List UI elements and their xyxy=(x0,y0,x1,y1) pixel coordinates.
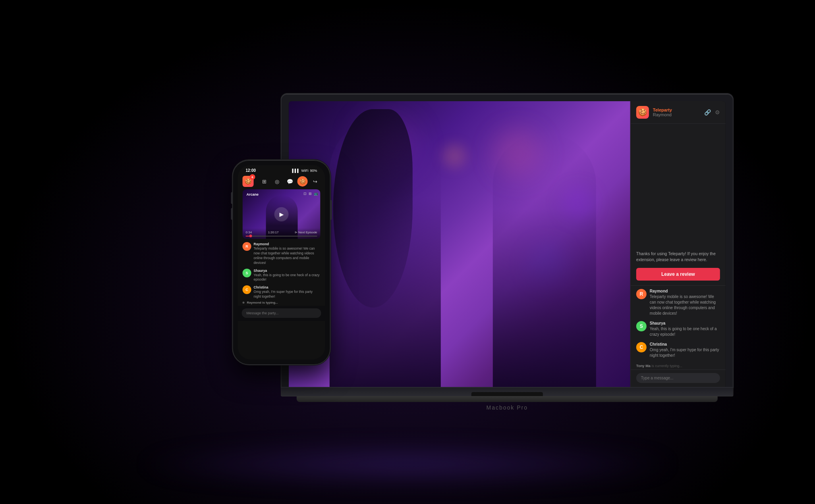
phone-msg-text-shaurya: Yeah, this is going to be one heck of a … xyxy=(254,273,321,282)
review-section: Thanks for using Teleparty! If you enjoy… xyxy=(631,246,726,286)
tv-icon[interactable]: 📺 xyxy=(314,192,318,196)
figure-right xyxy=(493,133,596,387)
leave-review-button[interactable]: Leave a review xyxy=(636,268,720,281)
video-label: Arcane xyxy=(247,192,259,196)
video-progress-dot xyxy=(249,235,252,237)
typing-dot xyxy=(243,302,245,304)
phone-input-area xyxy=(238,306,325,321)
exit-icon[interactable]: ↪ xyxy=(310,176,321,187)
msg-name-raymond: Raymond xyxy=(650,289,720,293)
status-icons: ▌▌▌ WiFi 90% xyxy=(292,168,317,172)
hair-detail xyxy=(333,109,413,308)
video-time-row: 0:34 1:20:17 ⊳ Next Episode xyxy=(246,231,317,234)
play-button[interactable]: ▶ xyxy=(274,207,289,221)
video-area xyxy=(289,101,630,387)
laptop-device: 🍪 Teleparty Raymond 🔗 ⚙ xyxy=(281,93,734,411)
battery-icon: 90% xyxy=(310,168,317,172)
laptop: 🍪 Teleparty Raymond 🔗 ⚙ xyxy=(281,93,734,411)
chat-message-christina: C Christina Omg yeah, I'm super hype for… xyxy=(636,342,720,358)
phone-avatar-raymond: R xyxy=(243,242,251,251)
laptop-base xyxy=(281,388,734,396)
chat-message-shaurya: S Shaurya Yeah, this is going to be one … xyxy=(636,321,720,337)
app-bar-icons: ⊞ ◎ 💬 🍪 ↪ xyxy=(259,176,321,187)
chat-header-icons: 🔗 ⚙ xyxy=(704,109,720,115)
cookie-icon[interactable]: 🍪 xyxy=(297,176,308,187)
video-progress-fill xyxy=(246,236,249,237)
msg-text-shaurya: Yeah, this is going to be one heck of a … xyxy=(650,326,720,337)
typing-text: is currently typing... xyxy=(651,364,682,368)
video-controls-bar: 0:34 1:20:17 ⊳ Next Episode xyxy=(243,228,321,239)
chat-input-laptop[interactable] xyxy=(636,373,720,383)
typing-name: Tony Ma xyxy=(636,364,651,368)
video-progress-bar[interactable] xyxy=(246,236,317,237)
app-icon-phone[interactable]: 🍪 6 xyxy=(243,176,254,187)
phone-msg-body-raymond: Raymond Teleparty mobile is so awesome! … xyxy=(254,242,321,265)
phone-avatar-christina: C xyxy=(243,285,251,294)
compass-icon[interactable]: ◎ xyxy=(272,176,282,187)
phone-avatar-shaurya: S xyxy=(243,268,251,277)
phone-msg-christina: C Christina Omg yeah, I'm super hype for… xyxy=(243,285,321,299)
video-bg xyxy=(289,101,630,387)
volume-down-btn xyxy=(231,208,233,220)
avatar-shaurya: S xyxy=(636,321,647,331)
msg-body-raymond: Raymond Teleparty mobile is so awesome! … xyxy=(650,289,720,316)
chat-header-left: 🍪 Teleparty Raymond xyxy=(636,106,672,119)
chat-message-raymond: R Raymond Teleparty mobile is so awesome… xyxy=(636,289,720,316)
phone-typing-indicator: Raymond is typing... xyxy=(238,299,325,306)
phone-msg-body-christina: Christina Omg yeah, I'm super hype for t… xyxy=(254,285,321,299)
phone-video-thumbnail: Arcane ⊡ ⊞ 📺 ▶ 0:34 1:20:17 ⊳ xyxy=(243,189,321,239)
next-episode-btn[interactable]: ⊳ Next Episode xyxy=(295,231,317,234)
laptop-foot xyxy=(297,396,718,402)
avatar-christina: C xyxy=(636,342,647,352)
video-time-total: 1:20:17 xyxy=(268,231,279,234)
phone-msg-body-shaurya: Shaurya Yeah, this is going to be one he… xyxy=(254,268,321,282)
phone-msg-name-christina: Christina xyxy=(254,285,321,289)
notification-badge: 6 xyxy=(250,174,255,180)
signal-icon: ▌▌▌ xyxy=(292,168,299,172)
grid-icon[interactable]: ⊞ xyxy=(259,176,270,187)
wifi-icon: WiFi xyxy=(301,168,309,172)
bokeh-3 xyxy=(442,144,466,168)
airplay-icon[interactable]: ⊡ xyxy=(303,192,307,196)
app-icon-laptop: 🍪 xyxy=(636,106,649,119)
power-btn xyxy=(330,200,332,220)
chat-input-area xyxy=(631,369,726,387)
phone-status-bar: 12:00 ▌▌▌ WiFi 90% xyxy=(238,165,325,174)
laptop-notch xyxy=(471,392,543,396)
app-bar-left: 🍪 6 xyxy=(243,176,254,187)
settings-icon[interactable]: ⚙ xyxy=(715,109,720,115)
chat-header: 🍪 Teleparty Raymond 🔗 ⚙ xyxy=(631,101,726,124)
user-name-laptop: Raymond xyxy=(653,112,672,117)
link-icon[interactable]: 🔗 xyxy=(704,109,711,115)
msg-text-raymond: Teleparty mobile is so awesome! We can n… xyxy=(650,294,720,316)
msg-body-christina: Christina Omg yeah, I'm super hype for t… xyxy=(650,342,720,358)
app-name-laptop: Teleparty xyxy=(653,108,672,112)
phone-msg-shaurya: S Shaurya Yeah, this is going to be one … xyxy=(243,268,321,282)
phone-msg-raymond: R Raymond Teleparty mobile is so awesome… xyxy=(243,242,321,265)
phone-app-bar: 🍪 6 ⊞ ◎ 💬 🍪 ↪ xyxy=(238,174,325,189)
chat-bubble-icon[interactable]: 💬 xyxy=(285,176,295,187)
chat-content: Thanks for using Teleparty! If you enjoy… xyxy=(631,124,726,362)
volume-up-btn xyxy=(231,192,233,204)
msg-text-christina: Omg yeah, I'm super hype for this party … xyxy=(650,347,720,358)
shadow xyxy=(129,448,686,480)
msg-name-shaurya: Shaurya xyxy=(650,321,720,325)
typing-indicator: Tony Ma is currently typing... xyxy=(631,362,726,369)
video-time-current: 0:34 xyxy=(246,231,252,234)
chat-sidebar: 🍪 Teleparty Raymond 🔗 ⚙ xyxy=(630,101,726,387)
phone-device: 12:00 ▌▌▌ WiFi 90% 🍪 6 ⊞ ◎ xyxy=(232,160,331,365)
phone-message-input[interactable] xyxy=(242,308,321,318)
pip-icon[interactable]: ⊞ xyxy=(309,192,312,196)
phone-msg-name-raymond: Raymond xyxy=(254,242,321,246)
chat-header-title: Teleparty Raymond xyxy=(653,108,672,117)
msg-name-christina: Christina xyxy=(650,342,720,346)
phone-msg-text-raymond: Teleparty mobile is so awesome! We can n… xyxy=(254,246,321,265)
laptop-bezel: 🍪 Teleparty Raymond 🔗 ⚙ xyxy=(281,93,734,388)
status-time: 12:00 xyxy=(246,168,256,173)
chat-messages: R Raymond Teleparty mobile is so awesome… xyxy=(631,289,726,358)
phone-msg-name-shaurya: Shaurya xyxy=(254,268,321,272)
phone-msg-text-christina: Omg yeah, I'm super hype for this party … xyxy=(254,290,321,299)
phone: 12:00 ▌▌▌ WiFi 90% 🍪 6 ⊞ ◎ xyxy=(232,160,331,365)
video-top-icons: ⊡ ⊞ 📺 xyxy=(303,192,318,196)
review-text: Thanks for using Teleparty! If you enjoy… xyxy=(636,251,720,264)
